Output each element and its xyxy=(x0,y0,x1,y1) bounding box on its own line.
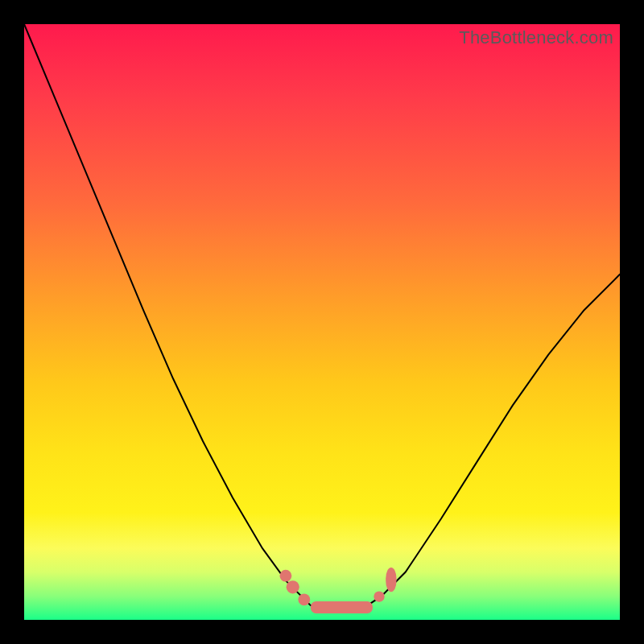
curve-marker-bar xyxy=(311,601,373,613)
curve-marker-bar xyxy=(386,568,396,592)
bottleneck-curve xyxy=(24,24,620,612)
curve-layer xyxy=(24,24,620,620)
marker-layer xyxy=(280,568,397,613)
curve-marker-dot xyxy=(298,593,310,605)
curve-marker-dot xyxy=(280,570,292,582)
curve-marker-dot xyxy=(374,591,384,601)
curve-marker-dot xyxy=(287,580,299,593)
plot-area: TheBottleneck.com xyxy=(24,24,620,620)
outer-frame: TheBottleneck.com xyxy=(0,0,644,644)
